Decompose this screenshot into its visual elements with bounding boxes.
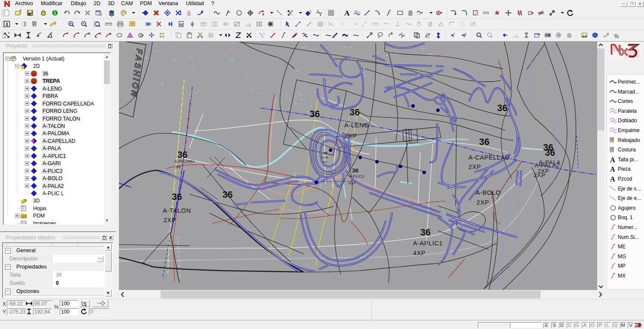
svg-text:MP: MP xyxy=(618,263,626,269)
svg-text:A-GARI: A-GARI xyxy=(43,160,61,166)
svg-text:Rebajado: Rebajado xyxy=(618,137,640,143)
svg-text:4XP: 4XP xyxy=(413,250,425,257)
svg-text:36: 36 xyxy=(324,151,328,155)
svg-text:TREPA: TREPA xyxy=(43,78,60,84)
svg-text:36: 36 xyxy=(310,109,320,119)
svg-text:A: A xyxy=(610,156,615,163)
svg-text:Doblado: Doblado xyxy=(618,118,637,124)
svg-text:MG: MG xyxy=(618,254,626,260)
svg-text:A-TALON: A-TALON xyxy=(43,123,65,129)
svg-text:A: A xyxy=(610,166,615,173)
svg-text:Imágenes: Imágenes xyxy=(33,220,56,224)
svg-text:3D: 3D xyxy=(33,198,40,204)
svg-text:A-APLIC1: A-APLIC1 xyxy=(413,240,443,247)
svg-text:2XP: 2XP xyxy=(477,199,489,206)
svg-text:36: 36 xyxy=(479,137,489,147)
svg-text:Num.Si...: Num.Si... xyxy=(618,234,639,240)
svg-text:Pzcod: Pzcod xyxy=(618,176,632,182)
svg-text:A-CAPELLAD: A-CAPELLAD xyxy=(468,154,510,161)
svg-text:Eje de e...: Eje de e... xyxy=(618,195,641,201)
svg-text:36: 36 xyxy=(497,103,507,113)
svg-text:A-TALON: A-TALON xyxy=(163,207,191,214)
svg-text:36: 36 xyxy=(349,107,360,118)
svg-text:A-CAPELLAD: A-CAPELLAD xyxy=(43,138,76,144)
svg-text:Cortes: Cortes xyxy=(618,98,633,104)
svg-text:36: 36 xyxy=(177,150,188,160)
svg-text:Versión 1 (Actual): Versión 1 (Actual) xyxy=(23,56,64,62)
svg-text:Eje de s...: Eje de s... xyxy=(618,186,641,192)
svg-text:PDM: PDM xyxy=(33,213,45,219)
svg-text:Perimet...: Perimet... xyxy=(618,79,640,85)
svg-text:4XP: 4XP xyxy=(322,161,327,163)
svg-text:A-APLIC1: A-APLIC1 xyxy=(43,153,66,159)
svg-text:2XP: 2XP xyxy=(164,217,176,223)
svg-text:36: 36 xyxy=(420,227,431,238)
svg-text:Marcad...: Marcad... xyxy=(618,89,639,95)
svg-text:2XP: 2XP xyxy=(344,133,357,139)
svg-text:2XP: 2XP xyxy=(534,172,545,178)
svg-text:A-LENG: A-LENG xyxy=(43,86,62,92)
svg-text:A-PALOMA: A-PALOMA xyxy=(43,130,70,136)
svg-text:A-LENG: A-LENG xyxy=(344,122,369,129)
svg-text:A-LHB: A-LHB xyxy=(321,156,328,159)
svg-text:MX: MX xyxy=(618,273,626,279)
svg-text:A: A xyxy=(610,175,615,183)
svg-text:Pieza: Pieza xyxy=(618,166,631,172)
svg-text:ME: ME xyxy=(618,244,626,250)
svg-text:A-PALOMA: A-PALOMA xyxy=(174,159,195,163)
svg-text:2D: 2D xyxy=(33,63,40,69)
svg-text:Empalme: Empalme xyxy=(618,127,640,133)
svg-text:A-BOLO: A-BOLO xyxy=(43,175,62,181)
svg-text:FORRO CAPELLADA: FORRO CAPELLADA xyxy=(43,101,94,107)
svg-text:A-PLIC2: A-PLIC2 xyxy=(43,168,63,174)
svg-text:Agujero: Agujero xyxy=(618,205,636,211)
svg-text:36: 36 xyxy=(545,148,555,158)
svg-text:26: 26 xyxy=(176,165,181,169)
svg-text:A-PLIC L: A-PLIC L xyxy=(43,190,64,196)
svg-text:FORRO LENG: FORRO LENG xyxy=(43,108,77,114)
svg-text:FIBRA: FIBRA xyxy=(43,93,58,99)
svg-text:36: 36 xyxy=(43,71,49,77)
svg-text:Talla pi...: Talla pi... xyxy=(618,157,638,163)
svg-text:36: 36 xyxy=(352,167,359,174)
svg-text:A-PALA: A-PALA xyxy=(43,145,61,151)
svg-text:Numer...: Numer... xyxy=(618,224,637,230)
svg-text:36: 36 xyxy=(222,190,233,200)
svg-text:36: 36 xyxy=(172,192,182,202)
svg-text:Costura: Costura xyxy=(618,147,636,153)
svg-text:A-BOLO: A-BOLO xyxy=(476,189,501,196)
svg-text:4XP: 4XP xyxy=(349,181,356,185)
svg-text:Paralela: Paralela xyxy=(618,108,637,114)
svg-text:FORRO TALON: FORRO TALON xyxy=(43,116,80,122)
svg-text:Hojas: Hojas xyxy=(33,205,46,211)
svg-text:Boq. 1: Boq. 1 xyxy=(618,214,633,220)
svg-text:A-PLIC2: A-PLIC2 xyxy=(349,174,364,178)
svg-text:2XP: 2XP xyxy=(468,163,481,170)
svg-text:A-PALA2: A-PALA2 xyxy=(43,183,64,189)
